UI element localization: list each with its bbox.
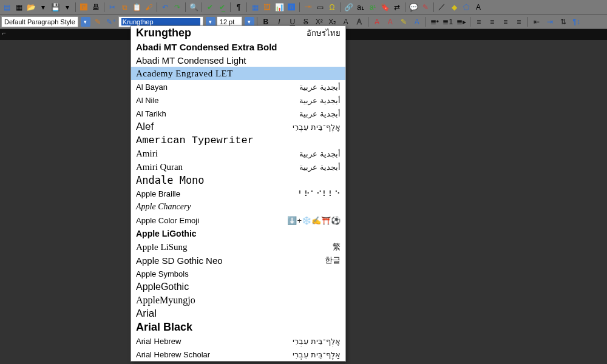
line-spacing-icon[interactable]: ⇅	[557, 16, 569, 28]
font-option[interactable]: Apple Color Emoji⬇️+❄️✍️⛩️⚽	[131, 214, 345, 227]
endnote-icon[interactable]: a¹	[367, 2, 378, 13]
char-bg-icon[interactable]: A	[411, 16, 423, 28]
font-option[interactable]: Apple Symbols	[131, 267, 345, 280]
outline-button[interactable]: A	[353, 16, 365, 28]
fontwork-icon[interactable]: A	[473, 2, 484, 13]
font-name-dropdown[interactable]: KrungthepอักษรไทยAbadi MT Condensed Extr…	[131, 25, 346, 362]
export-pdf-icon[interactable]: 🅿	[78, 2, 89, 13]
font-color-icon[interactable]: A	[384, 16, 396, 28]
font-option-name: Arial Black	[136, 321, 192, 334]
clone-format-icon[interactable]: 🖌	[143, 2, 154, 13]
font-option[interactable]: Al Nileأبجدية عربية	[131, 93, 345, 107]
font-option-name: Arial Hebrew	[136, 337, 181, 346]
new-doc-icon[interactable]: ▤	[1, 2, 12, 13]
cross-ref-icon[interactable]: ⇄	[392, 2, 402, 13]
font-option-name: Apple SD Gothic Neo	[136, 255, 223, 266]
font-option-name: Abadi MT Condensed Light	[136, 55, 246, 66]
font-option[interactable]: Abadi MT Condensed Light	[131, 53, 345, 67]
separator	[202, 2, 202, 12]
indent-dec-icon[interactable]: ⇤	[531, 16, 543, 28]
font-option-sample: אָלֶף־בֵּית עִבְרִי	[293, 350, 341, 359]
page-break-icon[interactable]: ⭲	[302, 2, 313, 13]
font-option[interactable]: Apple Chancery	[131, 200, 345, 214]
open-icon[interactable]: 📂	[25, 2, 36, 13]
font-option[interactable]: Amiri Quranأبجدية عربية	[131, 160, 345, 174]
font-option-name: Apple Chancery	[136, 202, 191, 212]
font-option[interactable]: American Typewriter	[131, 133, 345, 147]
align-right-icon[interactable]: ≡	[500, 16, 512, 28]
formatting-marks-icon[interactable]: ¶	[233, 2, 244, 13]
font-option[interactable]: Apple Braille⠃⠗⠁⠊⠇⠇⠑	[131, 187, 345, 200]
font-option[interactable]: Krungthepอักษรไทย	[131, 26, 345, 40]
font-name-value: Krungthep	[121, 18, 200, 25]
outline-list-icon[interactable]: ≣▸	[455, 16, 467, 28]
track-changes-icon[interactable]: ✎	[420, 2, 431, 13]
cut-icon[interactable]: ✂	[107, 2, 118, 13]
insert-textbox-icon[interactable]: 🅰	[286, 2, 297, 13]
font-option-name: Andale Mono	[136, 174, 205, 186]
font-option[interactable]: Arial Hebrew Scholarאָלֶף־בֵּית עִבְרִי	[131, 348, 345, 361]
copy-icon[interactable]: ⧉	[119, 2, 130, 13]
font-option[interactable]: Al Bayanأبجدية عربية	[131, 80, 345, 93]
para-spacing-icon[interactable]: ¶↕	[571, 16, 583, 28]
autospell-icon[interactable]: ✔̲	[217, 2, 228, 13]
font-option[interactable]: Apple SD Gothic Neo한글	[131, 254, 345, 267]
update-style-icon[interactable]: ✎	[92, 16, 104, 28]
font-option[interactable]: Apple LiSung繁	[131, 240, 345, 254]
clear-format-icon[interactable]: A̶	[371, 16, 383, 28]
hyperlink-icon[interactable]: 🔗	[343, 2, 354, 13]
new-style-icon[interactable]: ✎⁺	[105, 16, 117, 28]
insert-field-icon[interactable]: ▭	[314, 2, 325, 13]
indent-inc-icon[interactable]: ⇥	[544, 16, 556, 28]
bullet-list-icon[interactable]: ≣•	[429, 16, 441, 28]
insert-image-icon[interactable]: 🖼	[262, 2, 273, 13]
font-option-sample: อักษรไทย	[307, 27, 341, 39]
number-list-icon[interactable]: ≣1	[442, 16, 454, 28]
save-as-icon[interactable]: ▾	[62, 2, 73, 13]
font-option[interactable]: Amiriأبجدية عربية	[131, 147, 345, 160]
font-option[interactable]: Andale Mono	[131, 174, 345, 187]
recent-icon[interactable]: ▾	[38, 2, 49, 13]
special-char-icon[interactable]: Ω	[327, 2, 337, 13]
align-left-icon[interactable]: ≡	[473, 16, 485, 28]
font-option-name: Al Tarikh	[136, 109, 166, 118]
highlight-icon[interactable]: ✎	[398, 16, 410, 28]
font-option-sample: 繁	[333, 241, 341, 252]
font-option[interactable]: Alefאָלֶף־בֵּית עִבְרִי	[131, 120, 345, 133]
font-option[interactable]: Al Tarikhأبجدية عربية	[131, 107, 345, 120]
undo-icon[interactable]: ↶	[160, 2, 171, 13]
paragraph-style-value: Default Paragraph Style	[4, 18, 75, 25]
basic-shapes-icon[interactable]: ◆	[449, 2, 459, 13]
paragraph-style-dropdown-arrow[interactable]: ▾	[81, 17, 90, 27]
font-option-sample: ⠃⠗⠁⠊⠇⠇⠑	[298, 189, 341, 198]
font-option-name: Arial Hebrew Scholar	[136, 350, 210, 359]
font-option[interactable]: Abadi MT Condensed Extra Bold	[131, 40, 345, 53]
save-icon[interactable]: 💾	[50, 2, 61, 13]
insert-table-icon[interactable]: ▦	[249, 2, 260, 13]
templates-icon[interactable]: ▦	[13, 2, 24, 13]
footnote-icon[interactable]: a₁	[355, 2, 366, 13]
spellcheck-icon[interactable]: ✔	[205, 2, 215, 13]
bookmark-icon[interactable]: 🔖	[379, 2, 390, 13]
line-icon[interactable]: ／	[436, 2, 447, 13]
font-option-sample: أبجدية عربية	[299, 83, 341, 92]
find-icon[interactable]: 🔍	[188, 2, 199, 13]
font-option[interactable]: Arial Black	[131, 320, 345, 334]
separator	[426, 17, 426, 27]
paste-icon[interactable]: 📋	[131, 2, 142, 13]
font-option[interactable]: AppleGothic	[131, 280, 345, 294]
separator	[368, 17, 368, 27]
insert-chart-icon[interactable]: 📊	[274, 2, 285, 13]
print-icon[interactable]: 🖶	[90, 2, 101, 13]
font-option[interactable]: Academy Engraved LET	[131, 67, 345, 80]
font-option[interactable]: Apple LiGothic	[131, 227, 345, 240]
redo-icon[interactable]: ↷	[172, 2, 183, 13]
font-option[interactable]: AppleMyungjo	[131, 294, 345, 307]
align-justify-icon[interactable]: ≡	[513, 16, 525, 28]
font-option[interactable]: Arial Hebrewאָלֶף־בֵּית עִבְרִי	[131, 334, 345, 348]
font-option[interactable]: Arial	[131, 307, 345, 320]
paragraph-style-combo[interactable]: Default Paragraph Style	[1, 16, 78, 27]
align-center-icon[interactable]: ≡	[486, 16, 498, 28]
draw-func-icon[interactable]: ⬠	[461, 2, 472, 13]
comment-icon[interactable]: 💬	[408, 2, 419, 13]
